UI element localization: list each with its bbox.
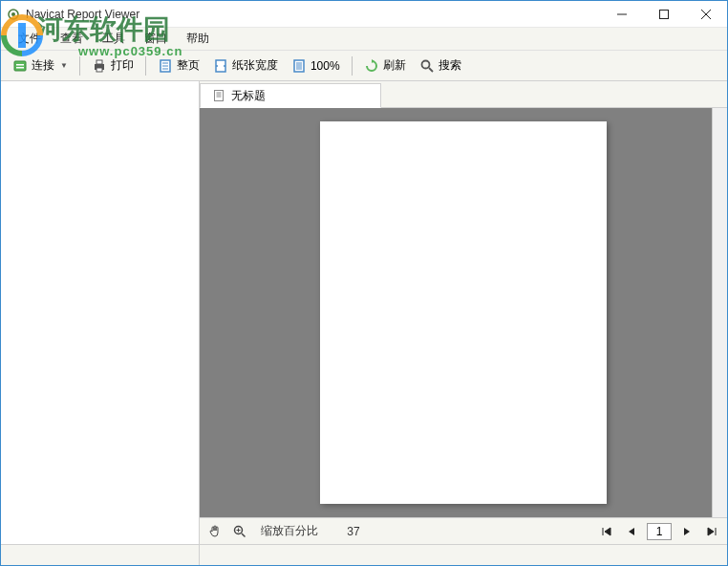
zoom-100-icon xyxy=(291,58,307,74)
paper-width-button[interactable]: 纸张宽度 xyxy=(207,54,284,76)
menubar: 文件 查看 工具 窗口 帮助 xyxy=(1,28,727,51)
zoom-percent-value: 37 xyxy=(330,525,377,538)
svg-rect-10 xyxy=(96,60,102,64)
svg-point-22 xyxy=(421,60,429,68)
print-button[interactable]: 打印 xyxy=(86,54,139,76)
print-label: 打印 xyxy=(111,57,134,74)
window-title: Navicat Report Viewer xyxy=(26,8,601,21)
status-divider xyxy=(1,545,200,565)
refresh-button[interactable]: 刷新 xyxy=(358,54,412,76)
maximize-button[interactable] xyxy=(643,1,685,28)
menu-file[interactable]: 文件 xyxy=(9,28,51,50)
prev-icon xyxy=(626,526,637,537)
whole-page-icon xyxy=(158,58,173,74)
prev-page-button[interactable] xyxy=(622,522,641,541)
titlebar: Navicat Report Viewer xyxy=(1,1,727,28)
tab-title: 无标题 xyxy=(231,88,266,104)
whole-page-button[interactable]: 整页 xyxy=(152,54,205,76)
dropdown-icon: ▼ xyxy=(60,61,68,70)
svg-point-1 xyxy=(11,12,15,16)
app-window: Navicat Report Viewer 文件 查看 工具 窗口 帮助 连接 … xyxy=(0,0,728,566)
viewer-status-bar: 缩放百分比 37 xyxy=(200,517,727,544)
last-icon xyxy=(706,526,717,537)
vertical-scrollbar[interactable] xyxy=(712,108,727,517)
tab-untitled[interactable]: 无标题 xyxy=(200,83,381,108)
content-area: 无标题 缩放百分比 37 xyxy=(200,81,727,544)
toolbar-separator xyxy=(352,56,353,76)
next-page-button[interactable] xyxy=(677,522,696,541)
next-icon xyxy=(681,526,693,537)
document-icon xyxy=(212,89,225,102)
magnifier-icon xyxy=(232,524,247,539)
close-button[interactable] xyxy=(685,1,727,28)
first-icon xyxy=(601,526,612,537)
first-page-button[interactable] xyxy=(597,522,616,541)
svg-rect-6 xyxy=(14,61,26,71)
hand-icon xyxy=(207,524,223,539)
menu-help[interactable]: 帮助 xyxy=(177,28,219,50)
menu-view[interactable]: 查看 xyxy=(51,28,93,50)
print-icon xyxy=(92,58,107,74)
zoom-tool-button[interactable] xyxy=(230,522,249,541)
statusbar xyxy=(1,544,727,565)
connection-sidebar[interactable] xyxy=(1,81,200,544)
report-viewer[interactable] xyxy=(200,108,727,517)
paper-width-icon xyxy=(213,58,228,74)
svg-rect-24 xyxy=(215,91,224,101)
zoom-100-label: 100% xyxy=(310,59,340,73)
svg-rect-3 xyxy=(660,10,669,18)
main-area: 无标题 缩放百分比 37 xyxy=(1,81,727,544)
report-page xyxy=(320,121,607,504)
window-controls xyxy=(601,1,727,28)
connect-label: 连接 xyxy=(32,57,54,74)
connect-button[interactable]: 连接 ▼ xyxy=(7,54,74,76)
refresh-icon xyxy=(364,58,379,74)
svg-rect-8 xyxy=(16,67,24,69)
connect-icon xyxy=(12,58,28,74)
search-icon xyxy=(419,58,435,74)
refresh-label: 刷新 xyxy=(383,57,406,74)
svg-line-23 xyxy=(429,68,433,72)
search-label: 搜索 xyxy=(439,57,461,74)
svg-rect-11 xyxy=(96,68,102,72)
last-page-button[interactable] xyxy=(702,522,721,541)
toolbar-separator xyxy=(79,56,80,76)
toolbar: 连接 ▼ 打印 整页 纸张宽度 100% xyxy=(1,51,727,81)
app-icon xyxy=(7,8,20,21)
search-button[interactable]: 搜索 xyxy=(414,54,467,76)
svg-rect-7 xyxy=(16,64,24,66)
svg-rect-17 xyxy=(294,60,304,72)
zoom-100-button[interactable]: 100% xyxy=(286,55,346,76)
page-number-input[interactable] xyxy=(647,523,672,540)
whole-page-label: 整页 xyxy=(177,57,200,74)
minimize-button[interactable] xyxy=(601,1,643,28)
pan-tool-button[interactable] xyxy=(205,522,225,541)
menu-window[interactable]: 窗口 xyxy=(135,28,177,50)
tab-bar: 无标题 xyxy=(200,81,727,108)
zoom-percent-label: 缩放百分比 xyxy=(255,523,324,539)
menu-tools[interactable]: 工具 xyxy=(93,28,135,50)
paper-width-label: 纸张宽度 xyxy=(232,57,278,74)
svg-line-29 xyxy=(242,533,246,537)
toolbar-separator xyxy=(145,56,146,76)
